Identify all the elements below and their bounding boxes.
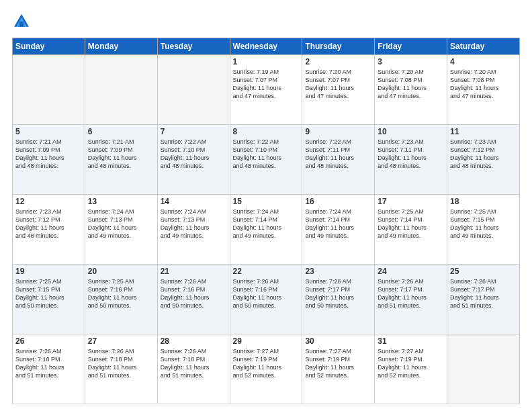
calendar-day-cell: 15Sunrise: 7:24 AM Sunset: 7:14 PM Dayli… [230,195,302,265]
logo [12,12,34,31]
day-number: 21 [161,267,227,276]
day-number: 13 [88,197,154,206]
day-number: 31 [378,336,444,346]
day-number: 26 [15,336,82,346]
day-info: Sunrise: 7:27 AM Sunset: 7:19 PM Dayligh… [378,347,444,380]
calendar-week-row: 19Sunrise: 7:25 AM Sunset: 7:15 PM Dayli… [13,265,520,334]
day-number: 8 [233,127,300,136]
day-number: 20 [88,267,154,276]
calendar-day-cell: 11Sunrise: 7:23 AM Sunset: 7:12 PM Dayli… [447,125,520,195]
day-info: Sunrise: 7:26 AM Sunset: 7:16 PM Dayligh… [233,277,300,310]
calendar-day-cell: 17Sunrise: 7:25 AM Sunset: 7:14 PM Dayli… [375,195,447,265]
calendar-day-cell: 22Sunrise: 7:26 AM Sunset: 7:16 PM Dayli… [230,265,302,334]
day-info: Sunrise: 7:26 AM Sunset: 7:17 PM Dayligh… [378,277,444,310]
day-number: 28 [161,336,227,346]
day-info: Sunrise: 7:22 AM Sunset: 7:11 PM Dayligh… [305,138,371,171]
day-info: Sunrise: 7:24 AM Sunset: 7:14 PM Dayligh… [233,208,300,240]
day-info: Sunrise: 7:25 AM Sunset: 7:15 PM Dayligh… [15,277,82,310]
calendar-day-cell: 27Sunrise: 7:26 AM Sunset: 7:18 PM Dayli… [85,334,157,404]
day-info: Sunrise: 7:23 AM Sunset: 7:12 PM Dayligh… [15,208,82,240]
calendar-day-cell: 3Sunrise: 7:20 AM Sunset: 7:08 PM Daylig… [375,55,447,125]
day-info: Sunrise: 7:21 AM Sunset: 7:09 PM Dayligh… [15,138,82,171]
day-number: 1 [233,57,300,66]
day-number: 4 [450,57,517,66]
day-number: 27 [88,336,154,346]
day-info: Sunrise: 7:27 AM Sunset: 7:19 PM Dayligh… [305,347,371,380]
day-number: 2 [305,57,371,66]
day-number: 14 [161,197,227,206]
day-info: Sunrise: 7:26 AM Sunset: 7:17 PM Dayligh… [450,277,517,310]
day-number: 5 [15,127,82,136]
day-info: Sunrise: 7:23 AM Sunset: 7:12 PM Dayligh… [450,138,517,171]
day-number: 25 [450,267,517,276]
day-info: Sunrise: 7:22 AM Sunset: 7:10 PM Dayligh… [161,138,227,171]
calendar-day-cell: 14Sunrise: 7:24 AM Sunset: 7:13 PM Dayli… [157,195,230,265]
day-number: 10 [378,127,444,136]
day-info: Sunrise: 7:26 AM Sunset: 7:18 PM Dayligh… [161,347,227,380]
calendar-day-cell: 2Sunrise: 7:20 AM Sunset: 7:07 PM Daylig… [302,55,375,125]
day-info: Sunrise: 7:21 AM Sunset: 7:09 PM Dayligh… [88,138,154,171]
day-info: Sunrise: 7:26 AM Sunset: 7:17 PM Dayligh… [305,277,371,310]
day-info: Sunrise: 7:23 AM Sunset: 7:11 PM Dayligh… [378,138,444,171]
calendar-day-cell: 1Sunrise: 7:19 AM Sunset: 7:07 PM Daylig… [230,55,302,125]
weekday-header-sunday: Sunday [13,38,85,55]
calendar-day-cell: 9Sunrise: 7:22 AM Sunset: 7:11 PM Daylig… [302,125,375,195]
calendar-day-cell: 7Sunrise: 7:22 AM Sunset: 7:10 PM Daylig… [157,125,230,195]
calendar-week-row: 12Sunrise: 7:23 AM Sunset: 7:12 PM Dayli… [13,195,520,265]
calendar-day-cell: 8Sunrise: 7:22 AM Sunset: 7:10 PM Daylig… [230,125,302,195]
calendar-day-cell: 18Sunrise: 7:25 AM Sunset: 7:15 PM Dayli… [447,195,520,265]
day-info: Sunrise: 7:25 AM Sunset: 7:16 PM Dayligh… [88,277,154,310]
weekday-header-row: SundayMondayTuesdayWednesdayThursdayFrid… [13,38,520,55]
day-info: Sunrise: 7:24 AM Sunset: 7:13 PM Dayligh… [88,208,154,240]
calendar-day-cell: 23Sunrise: 7:26 AM Sunset: 7:17 PM Dayli… [302,265,375,334]
calendar-day-cell: 30Sunrise: 7:27 AM Sunset: 7:19 PM Dayli… [302,334,375,404]
calendar-day-cell: 13Sunrise: 7:24 AM Sunset: 7:13 PM Dayli… [85,195,157,265]
day-number: 3 [378,57,444,66]
day-info: Sunrise: 7:26 AM Sunset: 7:18 PM Dayligh… [88,347,154,380]
weekday-header-wednesday: Wednesday [230,38,302,55]
calendar-week-row: 5Sunrise: 7:21 AM Sunset: 7:09 PM Daylig… [13,125,520,195]
calendar-day-cell: 26Sunrise: 7:26 AM Sunset: 7:18 PM Dayli… [13,334,85,404]
day-number: 9 [305,127,371,136]
calendar-table: SundayMondayTuesdayWednesdayThursdayFrid… [12,38,520,404]
day-info: Sunrise: 7:26 AM Sunset: 7:16 PM Dayligh… [161,277,227,310]
weekday-header-tuesday: Tuesday [157,38,230,55]
day-info: Sunrise: 7:22 AM Sunset: 7:10 PM Dayligh… [233,138,300,171]
calendar-day-cell: 5Sunrise: 7:21 AM Sunset: 7:09 PM Daylig… [13,125,85,195]
calendar-week-row: 1Sunrise: 7:19 AM Sunset: 7:07 PM Daylig… [13,55,520,125]
day-number: 23 [305,267,371,276]
day-number: 11 [450,127,517,136]
day-info: Sunrise: 7:19 AM Sunset: 7:07 PM Dayligh… [233,68,300,101]
calendar-day-cell: 4Sunrise: 7:20 AM Sunset: 7:08 PM Daylig… [447,55,520,125]
day-number: 29 [233,336,300,346]
logo-icon [12,12,31,31]
day-number: 18 [450,197,517,206]
day-info: Sunrise: 7:25 AM Sunset: 7:15 PM Dayligh… [450,208,517,240]
calendar-day-cell: 20Sunrise: 7:25 AM Sunset: 7:16 PM Dayli… [85,265,157,334]
day-info: Sunrise: 7:25 AM Sunset: 7:14 PM Dayligh… [378,208,444,240]
calendar-day-cell [447,334,520,404]
day-info: Sunrise: 7:20 AM Sunset: 7:08 PM Dayligh… [378,68,444,101]
weekday-header-thursday: Thursday [302,38,375,55]
day-number: 30 [305,336,371,346]
calendar-day-cell: 12Sunrise: 7:23 AM Sunset: 7:12 PM Dayli… [13,195,85,265]
header [12,12,520,31]
calendar-day-cell: 29Sunrise: 7:27 AM Sunset: 7:19 PM Dayli… [230,334,302,404]
calendar-day-cell: 31Sunrise: 7:27 AM Sunset: 7:19 PM Dayli… [375,334,447,404]
weekday-header-saturday: Saturday [447,38,520,55]
calendar-day-cell: 6Sunrise: 7:21 AM Sunset: 7:09 PM Daylig… [85,125,157,195]
day-number: 6 [88,127,154,136]
calendar-day-cell [157,55,230,125]
day-number: 12 [15,197,82,206]
calendar-day-cell: 19Sunrise: 7:25 AM Sunset: 7:15 PM Dayli… [13,265,85,334]
day-number: 7 [161,127,227,136]
calendar-day-cell [13,55,85,125]
day-info: Sunrise: 7:24 AM Sunset: 7:13 PM Dayligh… [161,208,227,240]
day-info: Sunrise: 7:24 AM Sunset: 7:14 PM Dayligh… [305,208,371,240]
day-info: Sunrise: 7:20 AM Sunset: 7:07 PM Dayligh… [305,68,371,101]
calendar-day-cell: 28Sunrise: 7:26 AM Sunset: 7:18 PM Dayli… [157,334,230,404]
calendar-day-cell: 24Sunrise: 7:26 AM Sunset: 7:17 PM Dayli… [375,265,447,334]
calendar-week-row: 26Sunrise: 7:26 AM Sunset: 7:18 PM Dayli… [13,334,520,404]
svg-rect-2 [19,21,24,27]
weekday-header-monday: Monday [85,38,157,55]
